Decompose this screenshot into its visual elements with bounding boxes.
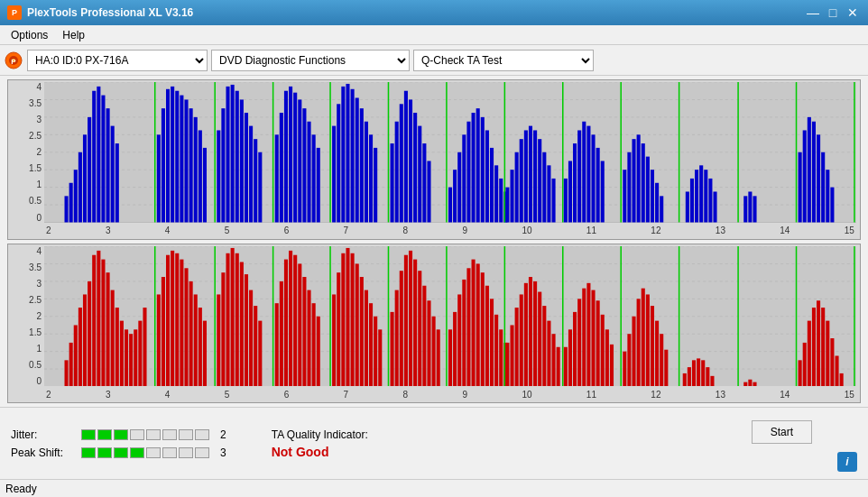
svg-rect-206	[307, 290, 310, 386]
svg-rect-163	[92, 254, 96, 386]
svg-rect-92	[499, 179, 503, 223]
jitter-seg-3	[114, 429, 128, 440]
jitter-seg-2	[97, 429, 112, 440]
close-button[interactable]: ✕	[845, 5, 861, 20]
svg-rect-248	[505, 342, 509, 386]
svg-rect-66	[360, 108, 364, 222]
svg-rect-38	[217, 130, 220, 222]
svg-rect-244	[494, 314, 498, 386]
svg-rect-184	[194, 294, 198, 386]
svg-rect-223	[395, 290, 399, 386]
svg-rect-30	[175, 91, 179, 223]
menu-bar: Options Help	[0, 25, 868, 45]
svg-rect-273	[623, 351, 626, 386]
svg-rect-202	[289, 250, 292, 386]
svg-rect-135	[743, 196, 747, 222]
info-button[interactable]: i	[837, 452, 857, 472]
svg-rect-267	[591, 290, 595, 386]
svg-rect-199	[275, 303, 279, 386]
peak-seg-1	[81, 447, 96, 458]
svg-rect-20	[97, 87, 100, 223]
svg-rect-189	[221, 272, 225, 386]
svg-rect-53	[293, 93, 297, 223]
svg-rect-270	[605, 329, 609, 386]
svg-rect-251	[520, 294, 523, 386]
svg-rect-76	[413, 113, 417, 222]
svg-rect-85	[466, 122, 470, 223]
svg-rect-56	[307, 122, 310, 223]
ta-quality-label: TA Quality Indicator:	[272, 428, 368, 441]
metrics-section: Jitter: 2 Peak Shift:	[11, 428, 226, 459]
svg-rect-55	[302, 108, 306, 222]
svg-rect-43	[240, 99, 244, 222]
function-selector[interactable]: DVD Diagnostic Functions	[211, 50, 410, 71]
svg-rect-289	[706, 367, 709, 386]
jitter-progress	[81, 429, 209, 440]
menu-help[interactable]: Help	[55, 27, 92, 43]
svg-rect-131	[704, 170, 707, 222]
svg-rect-27	[162, 108, 165, 222]
svg-rect-68	[369, 134, 373, 222]
svg-rect-203	[293, 254, 297, 386]
svg-rect-229	[422, 285, 426, 386]
svg-rect-227	[413, 259, 417, 386]
minimize-button[interactable]: —	[805, 5, 821, 20]
svg-rect-103	[542, 152, 546, 223]
peak-seg-8	[195, 447, 209, 458]
svg-rect-231	[432, 316, 436, 386]
bottom-chart-inner	[44, 246, 856, 387]
svg-rect-51	[284, 91, 288, 223]
svg-rect-114	[596, 148, 600, 223]
start-button[interactable]: Start	[752, 420, 812, 444]
svg-rect-215	[356, 263, 359, 386]
svg-rect-188	[217, 294, 220, 386]
svg-rect-74	[404, 91, 408, 223]
svg-rect-72	[395, 122, 399, 223]
jitter-seg-4	[130, 429, 144, 440]
svg-rect-194	[245, 274, 248, 386]
svg-rect-176	[157, 294, 161, 386]
svg-rect-234	[448, 329, 452, 386]
peak-shift-progress	[81, 447, 209, 458]
peak-seg-2	[97, 447, 112, 458]
svg-rect-237	[462, 279, 466, 386]
title-buttons[interactable]: — □ ✕	[805, 5, 861, 20]
svg-rect-186	[203, 320, 207, 386]
svg-rect-158	[69, 342, 73, 386]
jitter-seg-7	[179, 429, 193, 440]
svg-rect-91	[494, 165, 498, 222]
svg-rect-275	[632, 316, 635, 386]
svg-rect-24	[115, 143, 119, 222]
bottom-panel: Jitter: 2 Peak Shift:	[0, 407, 868, 479]
drive-selector[interactable]: HA:0 ID:0 PX-716A	[27, 50, 208, 71]
svg-rect-136	[748, 191, 752, 222]
svg-rect-44	[245, 113, 248, 222]
svg-rect-201	[284, 259, 288, 386]
test-selector[interactable]: Q-Check TA Test	[413, 50, 594, 71]
title-bar-left: P PlexTools Professional XL V3.16	[7, 5, 193, 20]
menu-options[interactable]: Options	[4, 27, 55, 43]
svg-rect-89	[485, 130, 489, 222]
svg-rect-279	[651, 306, 654, 386]
svg-rect-276	[637, 299, 641, 386]
svg-rect-265	[582, 288, 586, 386]
svg-rect-285	[688, 367, 691, 386]
svg-rect-278	[646, 294, 650, 386]
svg-rect-281	[660, 334, 663, 386]
svg-rect-32	[184, 99, 188, 222]
maximize-button[interactable]: □	[825, 5, 841, 20]
app-title: PlexTools Professional XL V3.16	[27, 6, 193, 19]
svg-rect-46	[254, 139, 257, 222]
svg-rect-99	[524, 130, 528, 222]
svg-rect-122	[646, 157, 650, 223]
svg-rect-200	[280, 281, 283, 386]
svg-rect-78	[422, 143, 426, 222]
svg-rect-197	[258, 320, 262, 386]
svg-rect-286	[692, 360, 696, 386]
svg-rect-13	[65, 196, 69, 222]
svg-rect-141	[808, 117, 811, 223]
svg-rect-173	[138, 320, 142, 386]
svg-rect-303	[830, 338, 834, 386]
svg-rect-179	[171, 250, 174, 386]
svg-rect-225	[404, 254, 408, 386]
